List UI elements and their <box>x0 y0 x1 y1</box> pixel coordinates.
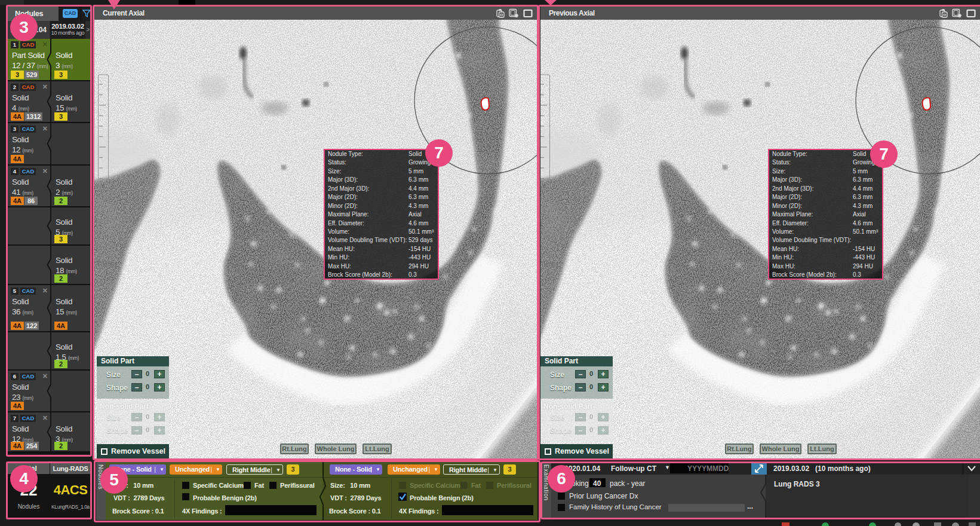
svg-text:7.0 cm: 7.0 cm <box>540 260 558 267</box>
svg-text:7.0 cm: 7.0 cm <box>97 260 116 267</box>
